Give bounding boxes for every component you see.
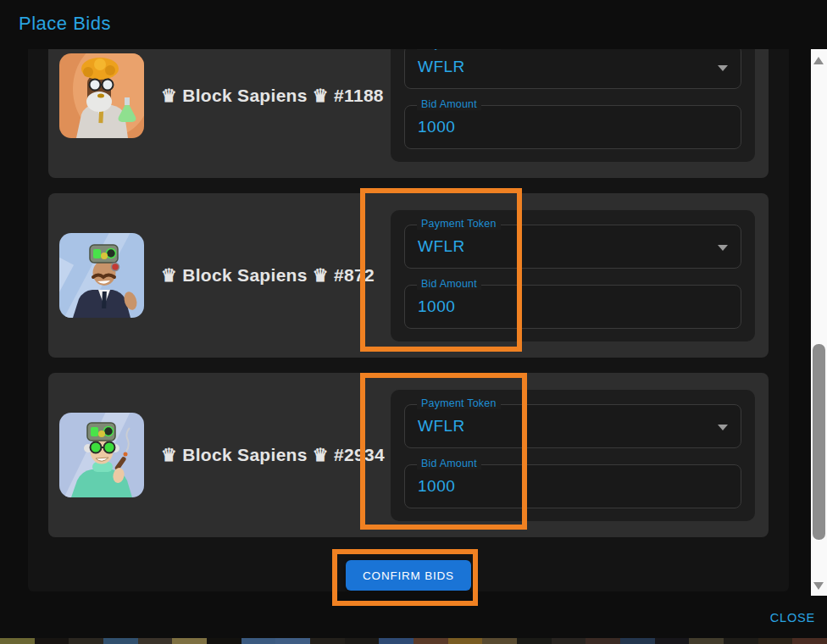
page-behind-thumbnail bbox=[586, 638, 620, 644]
scientist-avatar-graphic bbox=[59, 53, 144, 138]
modal-footer: CLOSE bbox=[0, 591, 827, 638]
page-behind-thumbnail bbox=[345, 638, 380, 644]
vertical-scrollbar[interactable] bbox=[811, 49, 827, 596]
bid-amount-label: Bid Amount bbox=[417, 278, 481, 290]
bid-card-872: ♛ Block Sapiens ♛ #872 Payment Token WFL… bbox=[48, 193, 769, 358]
bid-amount-value: 1000 bbox=[405, 477, 455, 496]
page-behind-thumbnail bbox=[655, 638, 690, 644]
page-behind-thumbnail bbox=[241, 638, 276, 644]
scroll-up-icon[interactable] bbox=[813, 57, 824, 64]
page-behind-strip bbox=[0, 638, 827, 644]
confirm-row: CONFIRM BIDS bbox=[28, 560, 789, 591]
dropdown-caret-icon bbox=[718, 425, 728, 430]
page-behind-thumbnail bbox=[482, 638, 517, 644]
dropdown-caret-icon bbox=[718, 245, 728, 251]
payment-token-label: Payment Token bbox=[417, 218, 501, 230]
bid-amount-input[interactable]: Bid Amount 1000 bbox=[404, 464, 741, 508]
cyborg-gentleman-avatar-graphic bbox=[59, 233, 144, 318]
payment-token-value: WFLR bbox=[405, 237, 465, 256]
green-shades-avatar-graphic bbox=[59, 413, 144, 497]
scrollbar-thumb[interactable] bbox=[813, 344, 825, 540]
nft-image-1188 bbox=[59, 53, 144, 138]
bid-form-panel: Payment Token WFLR Bid Amount 1000 bbox=[391, 390, 755, 521]
page-behind-thumbnail bbox=[379, 638, 414, 644]
page-behind-thumbnail bbox=[103, 638, 138, 644]
nft-title: ♛ Block Sapiens ♛ #1188 bbox=[161, 86, 384, 106]
payment-token-label: Payment Token bbox=[417, 397, 501, 409]
dropdown-caret-icon bbox=[718, 65, 728, 71]
page-behind-thumbnail bbox=[414, 638, 448, 644]
page-behind-thumbnail bbox=[620, 638, 655, 644]
bids-scroll-area[interactable]: ♛ Block Sapiens ♛ #1188 Payment Token WF… bbox=[28, 49, 789, 591]
payment-token-select[interactable]: Payment Token WFLR bbox=[404, 225, 741, 269]
page-behind-thumbnail bbox=[724, 638, 758, 644]
bid-amount-value: 1000 bbox=[405, 118, 455, 136]
nft-image-872 bbox=[59, 233, 144, 318]
modal-title: Place Bids bbox=[19, 13, 111, 35]
bid-card-1188: ♛ Block Sapiens ♛ #1188 Payment Token WF… bbox=[48, 49, 769, 178]
page-behind-thumbnail bbox=[172, 638, 207, 644]
page-behind-thumbnail bbox=[689, 638, 724, 644]
page-behind-thumbnail bbox=[0, 638, 35, 644]
bid-form-panel: Payment Token WFLR Bid Amount 1000 bbox=[391, 49, 755, 162]
page-behind-thumbnail bbox=[69, 638, 103, 644]
payment-token-select[interactable]: Payment Token WFLR bbox=[404, 49, 741, 89]
payment-token-select[interactable]: Payment Token WFLR bbox=[404, 404, 741, 448]
payment-token-value: WFLR bbox=[405, 58, 465, 76]
page-behind-thumbnail bbox=[517, 638, 552, 644]
bid-card-2934: ♛ Block Sapiens ♛ #2934 Payment Token WF… bbox=[48, 373, 769, 537]
place-bids-modal: Place Bids bbox=[0, 0, 827, 644]
page-behind-thumbnail bbox=[552, 638, 586, 644]
page-behind-thumbnail bbox=[448, 638, 483, 644]
nft-image-2934 bbox=[59, 413, 144, 497]
bid-amount-label: Bid Amount bbox=[417, 458, 481, 469]
bid-amount-value: 1000 bbox=[405, 297, 455, 316]
modal-header: Place Bids bbox=[0, 0, 827, 49]
page-behind-thumbnail bbox=[138, 638, 173, 644]
payment-token-label: Payment Token bbox=[417, 49, 501, 50]
bid-amount-label: Bid Amount bbox=[417, 98, 481, 110]
scroll-down-icon[interactable] bbox=[813, 582, 824, 590]
bid-amount-input[interactable]: Bid Amount 1000 bbox=[404, 105, 741, 149]
nft-title: ♛ Block Sapiens ♛ #872 bbox=[161, 265, 375, 286]
page-behind-thumbnail bbox=[792, 638, 827, 644]
page-behind-thumbnail bbox=[207, 638, 241, 644]
page-behind-thumbnail bbox=[35, 638, 69, 644]
page-behind-thumbnail bbox=[310, 638, 345, 644]
nft-title: ♛ Block Sapiens ♛ #2934 bbox=[161, 445, 385, 465]
payment-token-value: WFLR bbox=[405, 417, 465, 436]
bid-form-panel: Payment Token WFLR Bid Amount 1000 bbox=[391, 210, 755, 341]
bid-amount-input[interactable]: Bid Amount 1000 bbox=[404, 285, 741, 329]
page-behind-thumbnail bbox=[275, 638, 310, 644]
confirm-bids-button[interactable]: CONFIRM BIDS bbox=[346, 560, 471, 591]
close-button[interactable]: CLOSE bbox=[770, 611, 815, 625]
page-behind-thumbnail bbox=[758, 638, 793, 644]
